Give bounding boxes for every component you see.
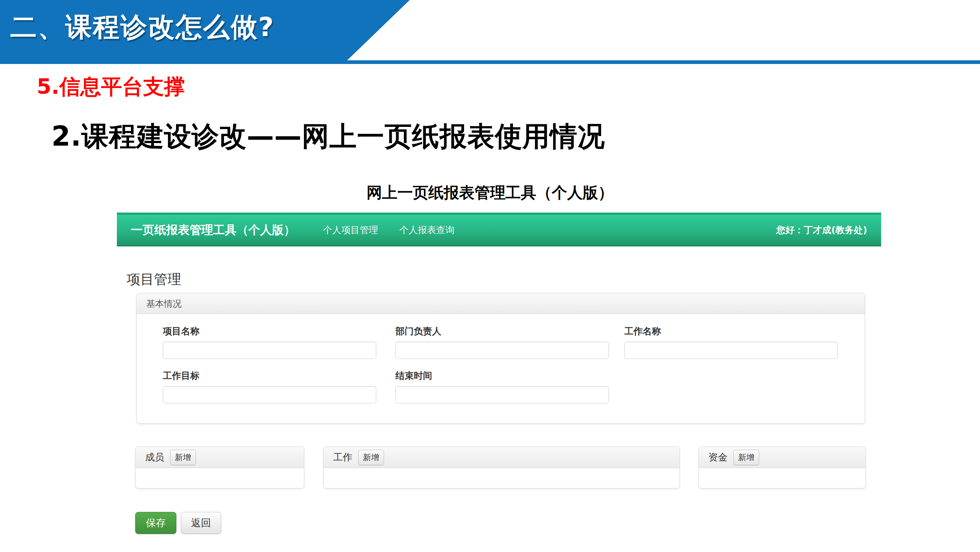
- back-button[interactable]: 返回: [181, 512, 221, 534]
- save-button[interactable]: 保存: [135, 512, 177, 534]
- members-panel-header: 成员 新增: [135, 447, 304, 468]
- department-head-field: 部门负责人: [395, 325, 609, 359]
- project-name-field: 项目名称: [163, 325, 376, 359]
- basic-info-panel-header: 基本情况: [137, 294, 865, 314]
- work-goal-input[interactable]: [163, 386, 376, 404]
- work-name-label: 工作名称: [624, 325, 838, 337]
- work-name-field: 工作名称: [624, 325, 838, 359]
- app-navbar: 一页纸报表管理工具（个人版） 个人项目管理 个人报表查询 您好：丁才成(教务处): [117, 212, 881, 246]
- end-time-label: 结束时间: [395, 370, 609, 382]
- work-add-button[interactable]: 新增: [358, 450, 384, 465]
- banner-title: 二、课程诊改怎么做?: [10, 10, 275, 45]
- end-time-input[interactable]: [395, 386, 609, 404]
- members-add-button[interactable]: 新增: [170, 450, 196, 465]
- banner-underline: [0, 60, 980, 64]
- work-panel-title: 工作: [333, 451, 352, 464]
- screenshot-caption: 网上一页纸报表管理工具（个人版）: [0, 182, 980, 203]
- presentation-slide: 二、课程诊改怎么做? 5.信息平台支撑 2.课程建设诊改——网上一页纸报表使用情…: [0, 0, 980, 552]
- navbar-brand[interactable]: 一页纸报表管理工具（个人版）: [131, 222, 296, 238]
- funds-panel-title: 资金: [708, 451, 727, 464]
- basic-info-panel-title: 基本情况: [146, 298, 181, 310]
- work-panel-header: 工作 新增: [324, 447, 679, 468]
- work-goal-label: 工作目标: [163, 370, 376, 382]
- basic-info-panel: 基本情况 项目名称 部门负责人 工作名称 工作目标 结束时间: [136, 293, 865, 424]
- members-panel-title: 成员: [145, 451, 164, 464]
- section-label: 5.信息平台支撑: [37, 73, 185, 101]
- funds-panel: 资金 新增: [698, 447, 866, 488]
- project-name-input[interactable]: [163, 341, 376, 359]
- work-name-input[interactable]: [624, 341, 838, 359]
- members-panel: 成员 新增: [135, 447, 304, 488]
- slide-headline: 2.课程建设诊改——网上一页纸报表使用情况: [51, 118, 605, 155]
- end-time-field: 结束时间: [395, 370, 609, 404]
- nav-item-personal-reports[interactable]: 个人报表查询: [399, 224, 455, 236]
- work-panel: 工作 新增: [323, 447, 680, 488]
- department-head-input[interactable]: [395, 341, 609, 359]
- nav-item-personal-projects[interactable]: 个人项目管理: [323, 224, 378, 236]
- page-title: 项目管理: [127, 270, 181, 289]
- user-greeting: 您好：丁才成(教务处): [776, 224, 867, 236]
- work-goal-field: 工作目标: [163, 370, 376, 404]
- department-head-label: 部门负责人: [395, 325, 609, 337]
- funds-panel-header: 资金 新增: [699, 447, 865, 468]
- funds-add-button[interactable]: 新增: [733, 450, 759, 465]
- project-name-label: 项目名称: [163, 325, 376, 337]
